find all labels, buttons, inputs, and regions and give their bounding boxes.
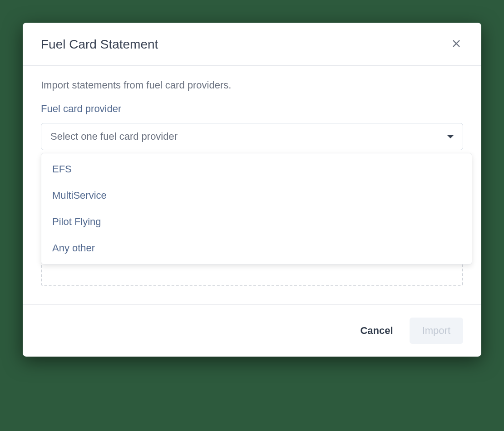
modal-description: Import statements from fuel card provide… [41,79,463,91]
modal-footer: Cancel Import [23,304,481,357]
provider-select-placeholder: Select one fuel card provider [50,131,178,142]
import-button[interactable]: Import [410,318,463,344]
provider-option-efs[interactable]: EFS [41,156,472,182]
modal-body: Import statements from fuel card provide… [23,66,481,304]
provider-select[interactable]: Select one fuel card provider [41,123,463,150]
modal-header: Fuel Card Statement [23,23,481,66]
provider-option-pilot-flying[interactable]: Pilot Flying [41,209,472,235]
provider-select-wrapper: Select one fuel card provider EFS MultiS… [41,123,463,150]
provider-option-multiservice[interactable]: MultiService [41,182,472,209]
modal-title: Fuel Card Statement [41,37,158,52]
provider-field-label: Fuel card provider [41,103,463,115]
provider-dropdown-menu: EFS MultiService Pilot Flying Any other [41,153,472,264]
close-icon[interactable] [450,36,463,53]
caret-down-icon [447,135,454,138]
provider-option-any-other[interactable]: Any other [41,235,472,261]
cancel-button[interactable]: Cancel [356,319,396,342]
fuel-card-statement-modal: Fuel Card Statement Import statements fr… [23,23,481,357]
